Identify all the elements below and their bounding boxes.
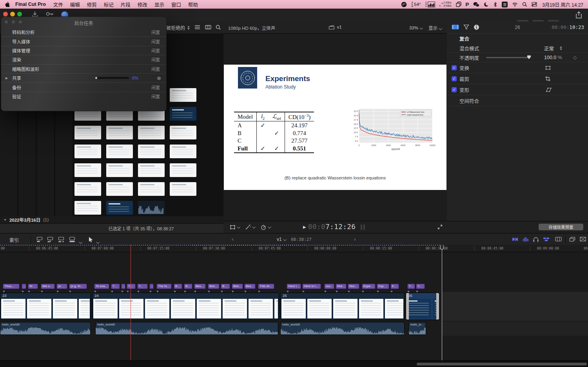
bluetooth-icon[interactable] [493,2,497,7]
horizontal-scrollbar[interactable] [417,363,587,365]
title-clip[interactable]: ... [121,284,125,289]
playhead-handle[interactable] [440,245,444,249]
adobe-cc-icon[interactable] [401,2,407,7]
clip-thumbnail[interactable] [106,145,133,158]
clip-thumbnail[interactable] [138,163,165,177]
clip-thumbnail[interactable] [170,107,196,121]
title-clip[interactable]: Besi... [208,284,220,289]
wifi-icon[interactable] [512,2,518,7]
title-clip[interactable]: To eva... [94,284,109,289]
title-clip[interactable]: T... [407,284,415,289]
clip-thumbnail[interactable] [138,126,165,139]
title-clip[interactable]: T... [137,284,148,289]
spotlight-icon[interactable] [522,2,527,7]
clip-thumbnail[interactable] [106,163,133,177]
solo-headphones-toggle[interactable] [533,237,539,242]
focus-moon-icon[interactable] [484,2,489,7]
clip-appearance-button[interactable] [555,237,562,242]
menu-item[interactable]: 片段 [117,1,134,8]
show-browser-button[interactable] [569,237,575,242]
zoom-window-button[interactable] [17,12,22,16]
blend-mode-select[interactable]: 正常 [544,44,554,52]
slider-thumb[interactable] [527,55,531,59]
clip-thumbnail[interactable] [170,88,196,102]
clip-thumbnail[interactable] [106,126,133,139]
video-clip[interactable]: 25 [280,293,405,320]
video-clip[interactable]: 23 [0,293,91,320]
title-clip[interactable]: Mor... [348,284,359,289]
compositing-section-header[interactable]: 复合 [447,33,588,43]
clip-thumbnail[interactable] [74,182,101,196]
clip-thumbnail[interactable] [74,163,101,177]
title-clip[interactable]: We o... [41,284,55,289]
keyframe-diamond-icon[interactable]: ◇ [573,55,577,60]
title-clip[interactable]: Espe... [377,284,389,289]
network-speed[interactable]: 2 KB/s 3 KB/s [439,1,452,7]
menu-item[interactable]: 编辑 [67,1,83,8]
title-clip[interactable]: To e... [127,284,136,289]
save-effects-preset-button[interactable]: 存储效果预置 [539,224,583,230]
crop-checkbox[interactable]: ✓ [452,76,457,81]
title-clip[interactable]: Be... [221,284,230,289]
close-window-button[interactable] [3,12,8,16]
title-clip[interactable]: The fo... [156,284,172,289]
chevron-down-icon[interactable] [95,238,99,245]
append-edit-button[interactable] [58,237,65,242]
viewer-display-dropdown[interactable]: 显示 [428,25,441,31]
title-clip[interactable]: Here I... [287,284,301,289]
transform-icon[interactable] [545,65,551,70]
sensor-temperature[interactable]: SEN 54° [411,2,421,7]
menu-item[interactable]: 显示 [151,1,168,8]
clip-thumbnail[interactable] [170,163,196,177]
fullscreen-button[interactable] [437,224,443,230]
clip-thumbnail[interactable] [170,145,196,158]
title-clip[interactable]: (e.g. th... [69,284,87,289]
cpu-meter[interactable]: CPU [425,2,435,7]
title-clip[interactable]: Espec... [362,284,376,289]
crop-icon[interactable] [545,76,551,81]
clip-thumbnail[interactable] [74,145,101,158]
chevron-down-icon[interactable] [78,238,82,245]
title-clip[interactable]: our... [324,284,334,289]
active-app-name[interactable]: Final Cut Pro [15,2,46,7]
title-clip[interactable]: Bes... [232,284,243,289]
title-clip[interactable]: (e.g.... [56,284,67,289]
distort-checkbox[interactable]: ✓ [452,87,457,92]
overwrite-edit-button[interactable] [69,237,76,242]
play-button[interactable]: ▶ [303,225,306,229]
title-clip[interactable]: This sh... [258,284,274,289]
minimize-window-button[interactable] [10,12,15,16]
title-clip[interactable]: By... [174,284,182,289]
filter-dropdown[interactable]: 被拒绝的 [166,24,190,31]
share-button[interactable] [575,11,583,19]
trim-handle-right[interactable] [436,293,439,320]
viewer-zoom-dropdown[interactable]: 33% [409,25,422,30]
angle-indicator[interactable]: v1 [328,25,341,29]
wechat-icon[interactable] [473,2,479,7]
clip-thumbnail[interactable] [138,182,165,196]
transform-checkbox[interactable]: ✓ [452,65,457,70]
previous-marker-button[interactable]: ‹ [232,236,233,242]
title-clip[interactable]: Es... [390,284,399,289]
opacity-slider[interactable] [486,57,530,58]
keywords-button[interactable] [46,11,54,16]
clip-thumbnail[interactable] [138,145,165,158]
title-clip[interactable]: Besi... [194,284,206,289]
menu-item[interactable]: 文件 [50,1,67,8]
audio-clip[interactable]: hello_world5 [95,322,278,335]
search-button[interactable] [216,25,221,30]
clip-thumbnail[interactable] [138,201,165,215]
disclosure-triangle-icon[interactable]: ▼ [4,218,7,222]
menu-item[interactable]: 修改 [134,1,151,8]
playhead[interactable] [442,245,442,360]
menu-item[interactable]: 窗口 [168,1,185,8]
enhancements-wand-button[interactable] [245,224,255,230]
title-clip[interactable]: Y... [416,284,425,289]
list-view-button[interactable] [194,25,200,30]
clip-thumbnail[interactable] [106,182,133,196]
title-clip[interactable]: Bes... [244,284,256,289]
retime-button[interactable] [260,224,270,230]
title-clip[interactable]: ... [149,284,154,289]
timeline-angle-dropdown[interactable]: v1 [277,237,286,242]
effects-filter-icon[interactable] [463,24,469,30]
